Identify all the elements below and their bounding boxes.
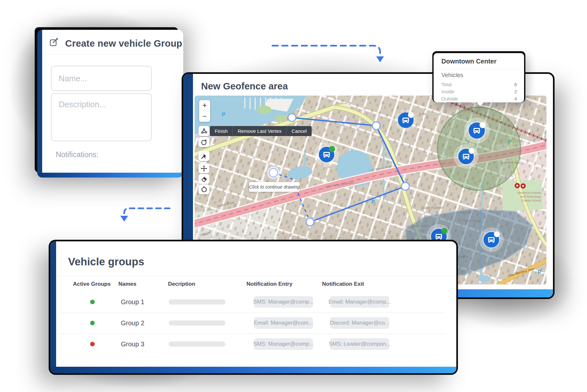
status-badge-white xyxy=(469,148,474,154)
status-badge-green xyxy=(329,146,335,152)
undo-icon xyxy=(200,186,208,193)
tooltip-section-label: Vehicles xyxy=(441,72,463,79)
svg-text:P: P xyxy=(222,112,225,117)
poi-marker-red xyxy=(521,183,526,189)
vertex-handle[interactable] xyxy=(288,114,296,121)
svg-text:and Technology: and Technology xyxy=(521,195,541,198)
stat-label: Outside xyxy=(441,96,458,102)
park xyxy=(257,106,271,114)
column-header-notification-exit: Notification Exit xyxy=(322,281,364,287)
exit-pill[interactable]: Email: Manager@comp... xyxy=(330,296,389,308)
card-gradient-bar xyxy=(50,367,456,373)
group-name: Group 1 xyxy=(112,298,144,306)
arrowhead-down xyxy=(376,56,384,62)
svg-text:P: P xyxy=(371,199,375,205)
exit-pill[interactable]: Discord: Manager@co... xyxy=(330,317,389,329)
table-row[interactable]: Group 2 Email: Manager@com... Discord: M… xyxy=(60,313,446,334)
status-badge-white xyxy=(408,112,414,118)
stat-value: 4 xyxy=(514,96,517,102)
stat-label: Total xyxy=(441,82,452,88)
tooltip-row-inside: Inside 2 xyxy=(441,89,517,95)
group-name: Group 3 xyxy=(112,340,144,348)
zoom-out-button[interactable]: − xyxy=(199,111,210,122)
status-badge-white xyxy=(494,231,500,237)
tooltip-row-total: Total 6 xyxy=(441,82,517,88)
column-header-description: Decription xyxy=(168,281,195,287)
entry-pill[interactable]: SMS: Manager@comp... xyxy=(254,296,313,308)
table-row[interactable]: Group 3 SMS: Manager@comp... SMS: Leader… xyxy=(60,334,446,355)
svg-text:Abramson Scantia: Abramson Scantia xyxy=(517,191,541,194)
stat-value: 6 xyxy=(514,82,517,88)
card-title: Create new vehicle Group xyxy=(65,38,182,49)
zoom-in-button[interactable]: + xyxy=(199,100,210,111)
column-header-names: Names xyxy=(118,281,137,287)
park xyxy=(274,115,286,121)
stat-label: Inside xyxy=(441,89,454,95)
geofence-stats-tooltip: Downtown Center Vehicles Total 6 Inside … xyxy=(432,51,525,102)
draw-circle-icon xyxy=(200,138,208,146)
pond xyxy=(478,275,490,282)
name-input[interactable] xyxy=(51,66,152,91)
remove-last-vertex-button[interactable]: Remove Last Vertex xyxy=(233,126,286,136)
divider xyxy=(42,54,183,55)
stat-value: 2 xyxy=(514,89,517,95)
undo-tool-button[interactable] xyxy=(198,184,210,194)
entry-pill[interactable]: SMS: Manager@comp... xyxy=(254,338,313,350)
vehicle-marker[interactable] xyxy=(464,118,490,144)
finish-button[interactable]: Finish xyxy=(210,126,233,136)
draw-circle-tool-button[interactable] xyxy=(198,137,210,147)
poi-marker-red xyxy=(515,183,520,188)
entry-pill[interactable]: Email: Manager@com... xyxy=(254,317,313,329)
edit-vertices-tool-button[interactable] xyxy=(198,151,210,161)
active-status-dot xyxy=(90,321,95,325)
tooltip-title: Downtown Center xyxy=(441,58,497,65)
move-icon xyxy=(200,165,208,172)
edit-vertices-icon xyxy=(200,152,208,160)
arrowhead-down xyxy=(120,216,128,222)
vertex-handle[interactable] xyxy=(401,182,409,190)
card-accent-spine xyxy=(37,30,42,178)
eraser-icon xyxy=(200,175,208,183)
divider xyxy=(434,69,524,69)
exit-pill[interactable]: SMS: Leader@compan... xyxy=(330,338,389,350)
draw-action-bar: Finish Remove Last Vertex Cancel xyxy=(210,126,312,136)
divider xyxy=(56,276,456,276)
svg-text:Charter School: Charter School xyxy=(521,199,541,202)
draw-polygon-icon xyxy=(200,127,208,135)
description-input[interactable] xyxy=(51,93,152,141)
vehicle-marker[interactable] xyxy=(395,109,417,131)
move-tool-button[interactable] xyxy=(198,163,210,173)
card-title: Vehicle groups xyxy=(68,256,144,268)
svg-text:Lake Forest: Lake Forest xyxy=(423,206,441,210)
vehicle-marker[interactable] xyxy=(454,144,478,169)
group-name: Group 2 xyxy=(112,319,144,327)
zoom-control: + − xyxy=(199,100,210,122)
edit-icon xyxy=(50,38,58,47)
vehicle-marker[interactable] xyxy=(479,227,504,252)
arrow-to-map xyxy=(272,46,380,56)
description-placeholder-bar xyxy=(169,299,225,305)
arrow-to-groups xyxy=(124,208,170,215)
page: { "create_card": { "title": "Create new … xyxy=(0,0,587,392)
active-status-dot xyxy=(90,300,95,304)
column-header-notification-entry: Notification Entry xyxy=(246,281,293,287)
description-placeholder-bar xyxy=(169,341,225,347)
tooltip-pointer xyxy=(476,101,485,106)
pending-vertex-handle[interactable] xyxy=(269,168,278,177)
svg-text:Hu: Hu xyxy=(422,112,426,116)
status-badge-white xyxy=(480,122,486,128)
status-badge-green xyxy=(441,228,448,234)
vertex-handle[interactable] xyxy=(306,218,314,226)
vehicle-marker[interactable] xyxy=(314,142,339,167)
notifications-label: Notifications: xyxy=(56,150,99,159)
row-divider xyxy=(60,313,446,313)
vertex-handle[interactable] xyxy=(372,122,380,130)
card-gradient-bar xyxy=(37,173,183,178)
card-accent-spine xyxy=(50,241,56,373)
table-row[interactable]: Group 1 SMS: Manager@comp... Email: Mana… xyxy=(60,292,446,313)
column-header-active-groups: Active Groups xyxy=(73,281,111,287)
card-title: New Geofence area xyxy=(201,81,288,92)
eraser-tool-button[interactable] xyxy=(198,174,210,184)
cancel-button[interactable]: Cancel xyxy=(286,126,312,136)
draw-polygon-tool-button[interactable] xyxy=(198,126,210,136)
